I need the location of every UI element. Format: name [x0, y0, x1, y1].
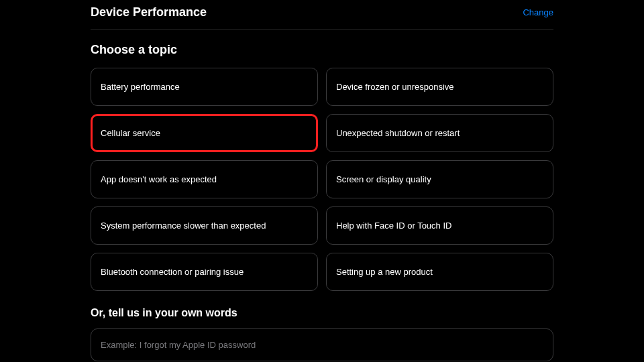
- topic-face-id-touch-id[interactable]: Help with Face ID or Touch ID: [326, 206, 553, 245]
- topic-setup-new-product[interactable]: Setting up a new product: [326, 253, 553, 291]
- topic-device-frozen[interactable]: Device frozen or unresponsive: [326, 68, 553, 106]
- topic-system-slow[interactable]: System performance slower than expected: [91, 206, 318, 245]
- topic-app-not-working[interactable]: App doesn't work as expected: [91, 160, 318, 198]
- own-words-input[interactable]: [91, 328, 553, 361]
- change-link[interactable]: Change: [523, 7, 553, 17]
- own-words-title: Or, tell us in your own words: [91, 307, 553, 319]
- topic-cellular-service[interactable]: Cellular service: [91, 114, 318, 152]
- topics-grid: Battery performance Device frozen or unr…: [91, 68, 553, 291]
- topic-unexpected-shutdown[interactable]: Unexpected shutdown or restart: [326, 114, 553, 152]
- header-row: Device Performance Change: [91, 4, 553, 29]
- topic-battery-performance[interactable]: Battery performance: [91, 68, 318, 106]
- section-title: Choose a topic: [91, 43, 553, 57]
- topic-bluetooth-issue[interactable]: Bluetooth connection or pairing issue: [91, 253, 318, 291]
- page-title: Device Performance: [91, 5, 207, 19]
- topic-screen-quality[interactable]: Screen or display quality: [326, 160, 553, 198]
